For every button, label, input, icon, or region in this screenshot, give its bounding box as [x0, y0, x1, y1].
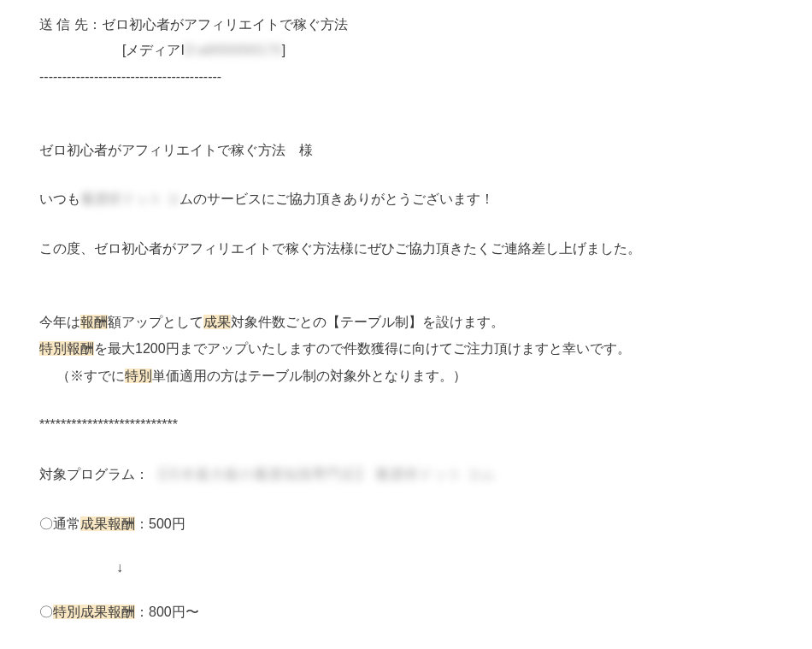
intro-pre: いつも [39, 192, 80, 206]
regular-a: 〇通常 [39, 516, 80, 531]
arrow-down: ↓ [39, 555, 773, 581]
regular-b: ：500円 [135, 516, 185, 531]
regular-hl: 成果報酬 [80, 516, 135, 531]
program-line: 対象プログラム： 【日本最大級の看護知識専門店】 看護研ドット コム [39, 462, 773, 487]
media-id-line: [メディアID:a8000000170] [39, 38, 773, 63]
media-prefix: [メディアI [122, 43, 185, 57]
body-line-2: 今年は報酬額アップとして成果対象件数ごとの【テーブル制】を設けます。 [39, 310, 773, 335]
body-line-4: （※すでに特別単価適用の方はテーブル制の対象外となります。） [39, 363, 773, 389]
special-reward-line: 〇特別成果報酬：800円〜 [39, 599, 773, 625]
recipient-name: ゼロ初心者がアフィリエイトで稼ぐ方法 [102, 17, 348, 32]
program-label: 対象プログラム： [39, 467, 149, 481]
special-b: ：800円〜 [135, 605, 199, 619]
body4-b: 単価適用の方はテーブル制の対象外となります。） [152, 369, 467, 383]
body2-hl1: 報酬 [80, 315, 108, 329]
body2-a: 今年は [39, 315, 80, 329]
intro-redacted: 看護研ドット コ [80, 186, 179, 212]
body2-b: 額アップとして [108, 315, 203, 329]
asterisks-divider: ************************** [39, 412, 773, 438]
greeting-line: ゼロ初心者がアフィリエイトで稼ぐ方法 様 [39, 138, 773, 163]
intro-line: いつも看護研ドット コムのサービスにご協力頂きありがとうございます！ [39, 186, 773, 212]
regular-reward-line: 〇通常成果報酬：500円 [39, 511, 773, 537]
recipient-line: 送 信 先：ゼロ初心者がアフィリエイトで稼ぐ方法 [39, 12, 773, 38]
body2-hl2: 成果 [203, 315, 231, 329]
recipient-label: 送 信 先： [39, 17, 102, 32]
program-redacted: 【日本最大級の看護知識専門店】 看護研ドット コム [152, 462, 496, 487]
body4-hl1: 特別 [125, 369, 152, 383]
body3-a: を最大1200円までアップいたしますので件数獲得に向けてご注力頂けますと幸いです… [94, 341, 631, 356]
media-id-redacted: D:a8000000170 [185, 38, 282, 63]
body2-c: 対象件数ごとの【テーブル制】を設けます。 [231, 315, 504, 329]
body4-a: （※すでに [56, 369, 125, 383]
intro-after: ムのサービスにご協力頂きありがとうございます！ [179, 192, 494, 206]
body3-hl1: 特別報酬 [39, 341, 94, 356]
body-line-1: この度、ゼロ初心者がアフィリエイトで稼ぐ方法様にぜひご協力頂きたくご連絡差し上げ… [39, 236, 773, 262]
body-line-3: 特別報酬を最大1200円までアップいたしますので件数獲得に向けてご注力頂けますと… [39, 336, 773, 362]
special-hl: 特別成果報酬 [53, 605, 135, 619]
divider-line: ---------------------------------------- [39, 64, 773, 90]
media-suffix: ] [282, 43, 285, 57]
special-a: 〇 [39, 605, 53, 619]
